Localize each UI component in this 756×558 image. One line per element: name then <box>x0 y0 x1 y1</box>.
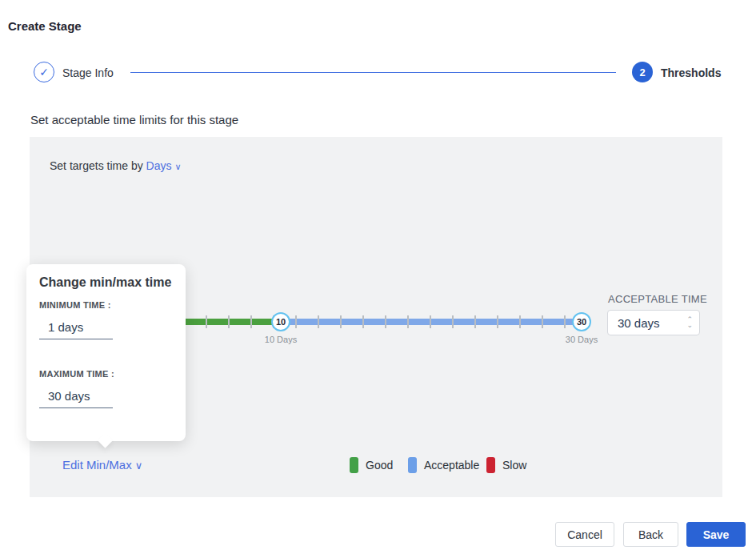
step1-label: Stage Info <box>62 66 114 79</box>
slow-color-swatch <box>486 457 495 473</box>
slider-min-label: 10 Days <box>249 335 313 344</box>
spinner-down-icon[interactable]: ⌄ <box>686 323 693 328</box>
set-targets-label: Set targets time by <box>50 159 146 172</box>
legend-label: Acceptable <box>424 459 479 472</box>
minimum-time-input[interactable] <box>39 320 113 339</box>
change-minmax-popup: Change min/max time MINIMUM TIME : MAXIM… <box>26 264 186 441</box>
maximum-time-input[interactable] <box>39 389 113 408</box>
chevron-down-icon[interactable]: ∨ <box>174 162 181 171</box>
legend-item-slow: Slow <box>486 457 526 473</box>
acceptable-time-value[interactable]: 30 days <box>608 316 686 330</box>
step2-label: Thresholds <box>661 66 721 79</box>
legend-label: Slow <box>502 459 526 472</box>
step1-complete-circle[interactable]: ✓ <box>34 62 54 82</box>
edit-minmax-label: Edit Min/Max <box>62 458 135 472</box>
back-button[interactable]: Back <box>623 522 678 547</box>
acceptable-time-label: ACCEPTABLE TIME <box>608 293 707 305</box>
section-heading: Set acceptable time limits for this stag… <box>30 113 238 126</box>
legend-item-good: Good <box>350 457 393 473</box>
acceptable-time-spinner[interactable]: ⌃ ⌄ <box>686 317 699 328</box>
slider-handle-min-value: 10 <box>276 317 286 327</box>
page-title: Create Stage <box>8 19 82 33</box>
minimum-time-label: MINIMUM TIME : <box>39 300 111 310</box>
acceptable-color-swatch <box>408 457 417 473</box>
stepper-connector-line <box>130 72 616 73</box>
step2-circle[interactable]: 2 <box>632 62 653 82</box>
slider-max-label: 30 Days <box>550 335 614 344</box>
set-targets-row: Set targets time by Days ∨ <box>50 159 181 172</box>
step2-number: 2 <box>639 66 645 78</box>
save-button[interactable]: Save <box>686 522 746 547</box>
legend-item-acceptable: Acceptable <box>408 457 479 473</box>
edit-minmax-link[interactable]: Edit Min/Max ∨ <box>62 458 142 472</box>
legend-label: Good <box>366 459 393 472</box>
slider-handle-min[interactable]: 10 <box>271 312 290 331</box>
chevron-down-icon: ∨ <box>135 460 143 472</box>
slider-handle-max-value: 30 <box>577 317 586 327</box>
maximum-time-label: MAXIMUM TIME : <box>39 369 114 379</box>
time-unit-dropdown[interactable]: Days <box>146 159 172 172</box>
good-color-swatch <box>350 457 358 473</box>
acceptable-time-input[interactable]: 30 days ⌃ ⌄ <box>607 310 700 335</box>
create-stage-page: Create Stage ✓ Stage Info 2 Thresholds S… <box>0 0 756 558</box>
cancel-button[interactable]: Cancel <box>555 522 614 547</box>
popup-title: Change min/max time <box>39 275 171 290</box>
slider-handle-max[interactable]: 30 <box>572 312 591 331</box>
check-icon: ✓ <box>39 66 49 78</box>
